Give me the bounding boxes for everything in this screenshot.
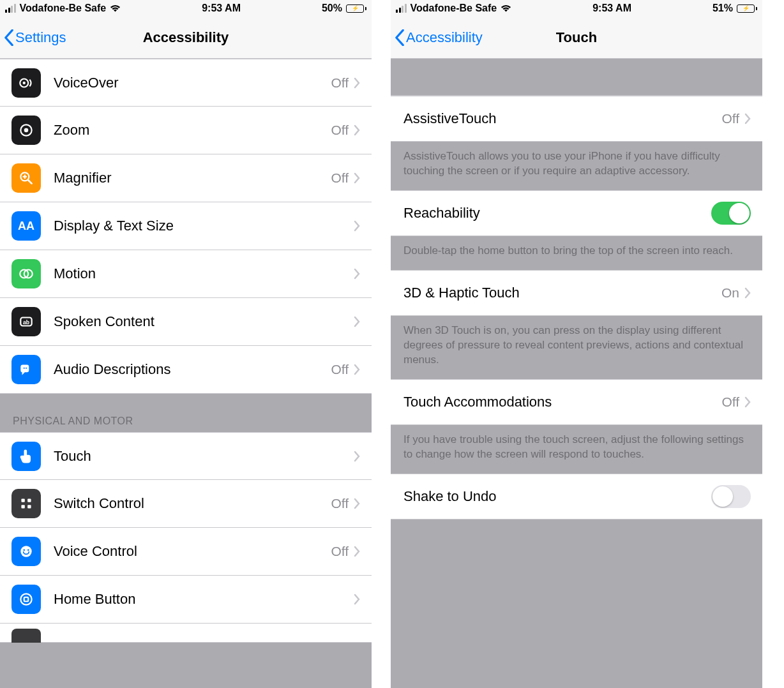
row-label: Motion xyxy=(54,265,354,282)
chevron-right-icon xyxy=(354,316,360,327)
carrier-label: Vodafone-Be Safe xyxy=(411,3,497,14)
row-value: Off xyxy=(331,75,349,91)
clock-label: 9:53 AM xyxy=(592,3,631,14)
section-header-physical-motor: Physical and Motor xyxy=(0,394,372,432)
row-label: VoiceOver xyxy=(54,75,331,91)
row-touch[interactable]: Touch xyxy=(0,432,372,480)
row-label: Home Button xyxy=(54,591,354,608)
chevron-right-icon xyxy=(354,77,360,89)
row-label: Spoken Content xyxy=(54,313,354,330)
row-label: Touch xyxy=(54,448,354,465)
chevron-right-icon xyxy=(354,220,360,232)
row-3d-haptic-touch[interactable]: 3D & Haptic Touch On xyxy=(391,270,762,316)
row-touch-accommodations[interactable]: Touch Accommodations Off xyxy=(391,379,762,425)
back-label: Settings xyxy=(15,29,66,46)
row-value: Off xyxy=(331,496,349,511)
carrier-label: Vodafone-Be Safe xyxy=(20,3,107,14)
voiceover-icon xyxy=(11,68,41,98)
battery-pct-label: 51% xyxy=(712,3,733,14)
row-shake-to-undo[interactable]: Shake to Undo xyxy=(391,474,762,520)
reachability-toggle[interactable] xyxy=(711,202,751,225)
row-partial[interactable] xyxy=(0,624,372,643)
battery-pct-label: 50% xyxy=(322,3,342,14)
row-home-button[interactable]: Home Button xyxy=(0,576,372,624)
row-voice-control[interactable]: Voice Control Off xyxy=(0,528,372,576)
svg-point-19 xyxy=(23,550,25,551)
spoken-content-icon: ab xyxy=(11,307,41,336)
chevron-right-icon xyxy=(354,268,360,280)
voice-control-icon xyxy=(11,537,41,566)
row-label: Audio Descriptions xyxy=(54,361,331,378)
switch-control-icon xyxy=(11,489,41,518)
battery-icon: ⚡ xyxy=(346,4,366,13)
row-zoom[interactable]: Zoom Off xyxy=(0,107,372,154)
status-bar: Vodafone-Be Safe 9:53 AM 50% ⚡ xyxy=(0,0,372,17)
row-label: Reachability xyxy=(403,205,711,221)
row-value: On xyxy=(721,285,739,301)
svg-rect-17 xyxy=(27,505,31,508)
back-button[interactable]: Settings xyxy=(0,29,66,46)
cellular-signal-icon xyxy=(396,4,407,13)
row-value: Off xyxy=(721,111,739,126)
svg-rect-15 xyxy=(27,498,31,502)
shake-to-undo-toggle[interactable] xyxy=(711,485,751,508)
battery-icon: ⚡ xyxy=(737,4,757,13)
reachability-description: Double-tap the home button to bring the … xyxy=(391,236,762,270)
row-assistivetouch[interactable]: AssistiveTouch Off xyxy=(391,96,762,142)
accommodations-description: If you have trouble using the touch scre… xyxy=(391,425,762,474)
touch-screen: Vodafone-Be Safe 9:53 AM 51% ⚡ Accessibi… xyxy=(391,0,762,688)
row-label: 3D & Haptic Touch xyxy=(403,285,721,301)
row-label: Switch Control xyxy=(54,495,331,512)
chevron-right-icon xyxy=(354,546,360,557)
nav-bar: Settings Accessibility xyxy=(0,17,372,59)
chevron-right-icon xyxy=(744,396,751,408)
svg-point-1 xyxy=(23,81,26,84)
nav-bar: Accessibility Touch xyxy=(391,17,762,59)
svg-point-13 xyxy=(26,368,27,369)
chevron-right-icon xyxy=(354,594,360,605)
svg-rect-16 xyxy=(21,505,24,508)
cellular-signal-icon xyxy=(5,4,16,13)
svg-text:ab: ab xyxy=(23,319,29,325)
row-motion[interactable]: Motion xyxy=(0,250,372,298)
wifi-icon xyxy=(501,4,511,13)
row-value: Off xyxy=(331,170,349,186)
row-label: Touch Accommodations xyxy=(403,394,721,410)
chevron-right-icon xyxy=(354,451,360,462)
row-label: Display & Text Size xyxy=(54,218,354,234)
svg-line-5 xyxy=(28,180,31,183)
partial-icon xyxy=(11,629,41,643)
zoom-icon xyxy=(11,116,41,145)
touch-icon xyxy=(11,442,41,471)
row-voiceover[interactable]: VoiceOver Off xyxy=(0,59,372,107)
chevron-right-icon xyxy=(354,498,360,509)
chevron-right-icon xyxy=(354,172,360,184)
row-label: Voice Control xyxy=(54,543,331,560)
row-label: Zoom xyxy=(54,122,331,138)
audio-descriptions-icon xyxy=(11,355,41,384)
row-value: Off xyxy=(721,394,739,410)
assistivetouch-description: AssistiveTouch allows you to use your iP… xyxy=(391,142,762,190)
motion-icon xyxy=(11,259,41,288)
row-switch-control[interactable]: Switch Control Off xyxy=(0,480,372,528)
svg-point-3 xyxy=(24,128,29,133)
text-size-icon: AA xyxy=(11,211,41,241)
row-display-text-size[interactable]: AA Display & Text Size xyxy=(0,202,372,250)
row-value: Off xyxy=(331,362,349,377)
spacer xyxy=(391,59,762,96)
row-reachability[interactable]: Reachability xyxy=(391,190,762,236)
chevron-right-icon xyxy=(354,124,360,136)
row-spoken-content[interactable]: ab Spoken Content xyxy=(0,298,372,346)
accessibility-screen: Vodafone-Be Safe 9:53 AM 50% ⚡ Settings … xyxy=(0,0,372,688)
svg-point-20 xyxy=(27,550,29,551)
home-button-icon xyxy=(11,585,41,614)
row-value: Off xyxy=(331,544,349,559)
chevron-right-icon xyxy=(744,287,751,299)
haptic-description: When 3D Touch is on, you can press on th… xyxy=(391,316,762,379)
back-button[interactable]: Accessibility xyxy=(391,29,483,46)
back-label: Accessibility xyxy=(406,29,483,46)
svg-point-21 xyxy=(20,594,31,604)
row-magnifier[interactable]: Magnifier Off xyxy=(0,154,372,202)
row-value: Off xyxy=(331,123,349,138)
row-audio-descriptions[interactable]: Audio Descriptions Off xyxy=(0,346,372,394)
